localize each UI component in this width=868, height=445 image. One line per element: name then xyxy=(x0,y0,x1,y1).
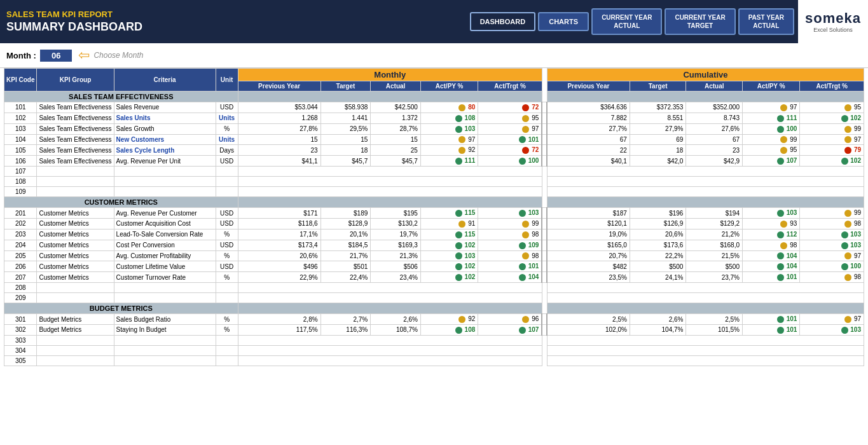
green-indicator-icon xyxy=(519,136,526,143)
empty-cumulative xyxy=(547,293,864,303)
c-actual: 8.743 xyxy=(686,113,743,123)
m-prev-year: 23 xyxy=(238,145,320,156)
m-actual: 28,7% xyxy=(371,123,421,134)
m-target: $128,9 xyxy=(320,219,371,229)
header-left: SALES TEAM KPI REPORT SUMMARY DASHBOARD xyxy=(0,6,470,38)
spacer xyxy=(542,250,547,261)
kpi-code-cell: 101 xyxy=(4,102,37,113)
nav-current-year-target[interactable]: CURRENT YEARTARGET xyxy=(665,8,735,35)
c-target: $126,9 xyxy=(630,219,686,229)
criteria-cell: Sales Growth xyxy=(114,123,216,134)
m-act-trgt: 107 xyxy=(478,325,542,336)
spacer xyxy=(542,145,547,156)
monthly-header: Monthly xyxy=(238,69,542,81)
controls-row: Month : 06 ⇦ Choose Month xyxy=(0,43,868,68)
c-act-py: 103 xyxy=(743,208,800,219)
arrow-left-icon[interactable]: ⇦ xyxy=(78,47,90,64)
c-target: 22,2% xyxy=(630,250,686,261)
red-indicator-icon xyxy=(844,147,851,154)
logo-area: someka Excel Solutions xyxy=(798,0,868,43)
c-target: 104,7% xyxy=(630,325,686,336)
unit-cell xyxy=(216,187,238,197)
c-prev-year: 19,0% xyxy=(547,229,630,240)
kpi-code-cell: 102 xyxy=(4,113,37,123)
m-actual: $45,7 xyxy=(371,156,421,167)
unit-cell: USD xyxy=(216,240,238,250)
criteria-cell: Sales Cycle Length xyxy=(114,145,216,156)
red-indicator-icon xyxy=(522,147,529,154)
table-row: 107 xyxy=(4,167,864,177)
green-indicator-icon xyxy=(455,115,462,122)
green-indicator-icon xyxy=(777,210,784,217)
m-actual: 15 xyxy=(371,134,421,145)
criteria-cell: Customer Lifetime Value xyxy=(114,261,216,272)
kpi-group-cell: Budget Metrics xyxy=(37,314,114,325)
m-prev-year: 2,8% xyxy=(238,314,320,325)
c-act-py: 97 xyxy=(743,102,800,113)
green-indicator-icon xyxy=(519,274,526,281)
m-act-trgt: 100 xyxy=(478,156,542,167)
dashboard-title: SUMMARY DASHBOARD xyxy=(6,20,464,34)
monthly-subheader: Act/Trgt % xyxy=(478,81,542,92)
criteria-cell: Sales Revenue xyxy=(114,102,216,113)
col-kpi-group: KPI Group xyxy=(37,69,114,92)
section-title-monthly xyxy=(238,303,542,314)
kpi-code-cell: 305 xyxy=(4,355,37,366)
kpi-group-cell: Customer Metrics xyxy=(37,272,114,283)
c-target: $42,0 xyxy=(630,156,686,167)
m-actual: 21,3% xyxy=(371,250,421,261)
kpi-group-cell: Customer Metrics xyxy=(37,261,114,272)
m-act-trgt: 95 xyxy=(478,113,542,123)
kpi-code-cell: 209 xyxy=(4,293,37,303)
m-act-py: 97 xyxy=(420,134,478,145)
green-indicator-icon xyxy=(455,327,462,334)
cumulative-subheader: Act/Trgt % xyxy=(800,81,864,92)
nav-past-year-actual[interactable]: PAST YEARACTUAL xyxy=(738,8,794,35)
criteria-cell xyxy=(114,177,216,187)
c-act-trgt: 97 xyxy=(800,134,864,145)
unit-cell: USD xyxy=(216,156,238,167)
nav-dashboard[interactable]: DASHBOARD xyxy=(470,12,536,31)
criteria-cell: Avg. Revenue Per Customer xyxy=(114,208,216,219)
c-prev-year: $120,1 xyxy=(547,219,630,229)
c-act-trgt: 95 xyxy=(800,102,864,113)
m-prev-year: 20,6% xyxy=(238,250,320,261)
table-row: 108 xyxy=(4,177,864,187)
unit-cell xyxy=(216,283,238,293)
nav-charts[interactable]: CHARTS xyxy=(538,12,589,31)
table-row: 203Customer MetricsLead-To-Sale Conversi… xyxy=(4,229,864,240)
c-actual: 67 xyxy=(686,134,743,145)
empty-monthly xyxy=(238,345,542,355)
kpi-group-cell: Customer Metrics xyxy=(37,229,114,240)
kpi-group-cell xyxy=(37,167,114,177)
m-act-py: 103 xyxy=(420,250,478,261)
kpi-group-cell: Budget Metrics xyxy=(37,325,114,336)
yellow-indicator-icon xyxy=(844,104,851,111)
m-target: 2,7% xyxy=(320,314,371,325)
kpi-group-cell: Customer Metrics xyxy=(37,250,114,261)
monthly-subheader: Target xyxy=(320,81,371,92)
m-prev-year: 17,1% xyxy=(238,229,320,240)
criteria-cell xyxy=(114,355,216,366)
m-target: 29,5% xyxy=(320,123,371,134)
c-prev-year: 27,7% xyxy=(547,123,630,134)
yellow-indicator-icon xyxy=(780,221,787,228)
green-indicator-icon xyxy=(455,231,462,238)
main-content: KPI CodeKPI GroupCriteriaUnitMonthlyCumu… xyxy=(0,68,868,370)
c-target: $196 xyxy=(630,208,686,219)
m-act-trgt: 72 xyxy=(478,102,542,113)
c-prev-year: 67 xyxy=(547,134,630,145)
kpi-code-cell: 106 xyxy=(4,156,37,167)
green-indicator-icon xyxy=(455,252,462,259)
nav-current-year-actual[interactable]: CURRENT YEARACTUAL xyxy=(591,8,662,35)
c-act-trgt: 97 xyxy=(800,250,864,261)
yellow-indicator-icon xyxy=(780,136,787,143)
c-act-py: 93 xyxy=(743,219,800,229)
unit-cell: % xyxy=(216,325,238,336)
yellow-indicator-icon xyxy=(844,136,851,143)
spacer xyxy=(542,219,547,229)
section-header-row: SALES TEAM EFFECTIVENESS xyxy=(4,92,864,102)
yellow-indicator-icon xyxy=(522,316,529,323)
yellow-indicator-icon xyxy=(522,115,529,122)
spacer xyxy=(542,240,547,250)
